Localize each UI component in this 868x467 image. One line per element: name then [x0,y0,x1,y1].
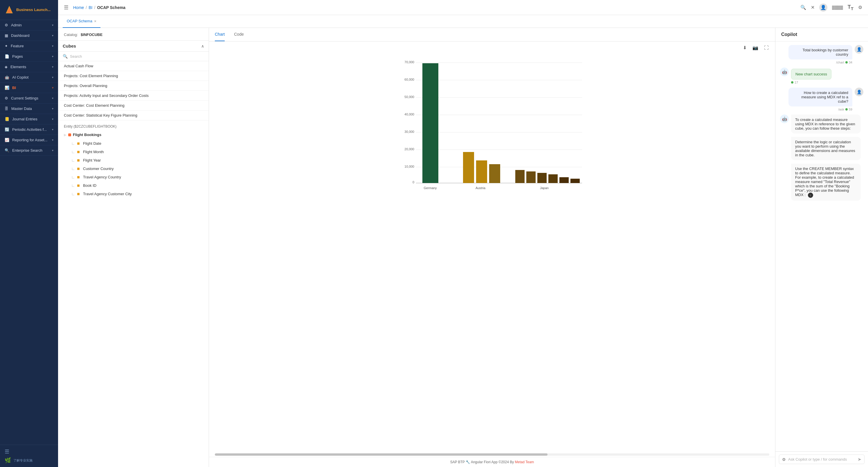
dim-child-travel-agency-country[interactable]: Travel Agency Country [58,173,209,181]
cube-item-1[interactable]: Projects: Cost Element Planning [58,71,209,81]
sidebar-label-master-data: Master Data [11,106,32,111]
dim-child-label: Flight Month [83,150,104,154]
tabbar: OCAP Schema × [58,15,868,28]
search-input[interactable] [70,54,204,59]
bi-icon: 📊 [5,86,9,90]
breadcrumb: Home / BI / OCAP Schema [73,5,125,10]
periodic-icon: 🔄 [5,127,9,132]
entity-icon [68,133,71,136]
sidebar-item-journal-entries[interactable]: 📒 Journal Entries ▾ [0,114,58,125]
chevron-down-icon: ▾ [52,86,54,89]
dim-child-flight-month[interactable]: Flight Month [58,147,209,156]
scroll-down-icon[interactable]: ↓ [808,193,813,198]
cube-item-3[interactable]: Projects: Activity Input and Secondary O… [58,91,209,101]
chevron-down-icon: ▾ [52,118,54,121]
sidebar-item-admin[interactable]: ⚙ Admin ▾ [0,20,58,30]
sidebar-item-ai-copilot[interactable]: 🤖 AI Copilot ▾ [0,72,58,83]
svg-text:40,000: 40,000 [404,112,414,116]
dim-child-label: Flight Date [83,141,101,145]
avatar: 👤 [819,3,827,11]
tab-label: OCAP Schema [67,19,92,23]
copilot-panel: Copilot Total bookings by customer count… [775,28,868,467]
close-cross-icon[interactable]: ✕ [811,5,814,10]
dim-child-flight-year[interactable]: Flight Year [58,156,209,164]
sidebar-item-elements[interactable]: ◈ Elements ▾ [0,62,58,72]
tab-close-icon[interactable]: × [94,19,96,24]
chart-download-btn[interactable]: ⬇ [741,44,748,52]
avatar-user: 👤 [855,45,863,54]
dim-child-travel-agency-customer-city[interactable]: Travel Agency Customer City [58,190,209,198]
dim-root-flight-bookings[interactable]: ▶ Flight Bookings [58,130,209,139]
font-size-icon[interactable]: TT [848,4,854,11]
sidebar-item-master-data[interactable]: 🗄 Master Data ▾ [0,104,58,114]
chart-camera-btn[interactable]: 📷 [751,44,760,52]
sidebar-item-dashboard[interactable]: ▦ Dashboard ▾ [0,30,58,41]
catalog-header: Catalog: $INFOCUBE [58,28,209,41]
search-icon[interactable]: 🔍 [800,5,806,10]
cubes-collapse-icon[interactable]: ∧ [201,44,204,48]
feature-icon: ✦ [5,44,8,48]
entity-section: Entity ($2CZCUBEFLIGHTBOOK) [58,121,209,130]
status-dot-bot [791,81,794,84]
sidebar-item-periodic-activities[interactable]: 🔄 Periodic Activities f... ▾ [0,125,58,135]
tab-chart[interactable]: Chart [215,28,225,41]
expand-icon: ▶ [64,133,66,137]
sidebar-item-pages[interactable]: 📄 Pages ▾ [0,51,58,62]
sidebar-item-bi[interactable]: 📊 BI ▾ [0,83,58,93]
chevron-down-icon: ▾ [52,76,54,79]
copilot-input[interactable] [788,457,855,462]
chart-scrollbar[interactable] [215,454,769,456]
chevron-down-icon: ▾ [52,44,54,47]
search-icon-small: 🔍 [63,54,68,59]
elements-icon: ◈ [5,65,7,69]
tab-code[interactable]: Code [234,28,244,41]
sidebar-item-enterprise-search[interactable]: 🔍 Enterprise Search ▾ [0,145,58,156]
dim-child-label: Flight Year [83,158,101,162]
dim-child-book-id[interactable]: Book ID [58,181,209,190]
breadcrumb-bi[interactable]: BI [89,5,92,10]
app-logo-icon [5,5,14,14]
meta-cmd-1: /chart [836,61,844,64]
catalog-scroll-area: Actual Cash Flow Projects: Cost Element … [58,61,209,467]
copilot-title: Copilot [781,32,797,37]
tree-indent [72,193,74,195]
topbar-menu-icon[interactable]: ☰ [64,4,68,11]
sidebar-label-feature: Feature [11,44,24,48]
cube-item-2[interactable]: Projects: Overall Planning [58,81,209,91]
tree-indent [72,159,74,162]
hamburger-icon[interactable]: ☰ [5,448,9,455]
breadcrumb-home[interactable]: Home [73,5,84,10]
sidebar-item-current-settings[interactable]: ⚙ Current Settings ▾ [0,93,58,104]
tree-indent [72,176,74,178]
tab-ocap-schema[interactable]: OCAP Schema × [63,15,100,28]
copilot-send-button[interactable]: ➤ [858,457,861,462]
settings-gear-icon[interactable]: ⚙ [858,5,862,10]
dim-child-label: Travel Agency Country [83,175,121,179]
username: ▓▓▓▓ [832,5,843,9]
dim-child-customer-country[interactable]: Customer Country [58,164,209,173]
cube-item-5[interactable]: Cost Center: Statistical Key Figure Plan… [58,110,209,121]
tree-indent [72,168,74,170]
copilot-toolbar-icon[interactable]: ⚙ [782,457,786,462]
sidebar-item-reporting-assets[interactable]: 📈 Reporting for Asset... ▾ [0,135,58,145]
footer-link[interactable]: Metad Team [515,460,534,464]
topbar: ☰ Home / BI / OCAP Schema 🔍 ✕ 👤 ▓▓▓▓ TT … [58,0,868,15]
dashboard-icon: ▦ [5,33,8,38]
chart-expand-btn[interactable]: ⛶ [762,44,771,52]
dim-icon [77,176,80,178]
msg-bot-3: Use the CREATE MEMBER syntax to define t… [780,164,863,201]
bot-avatar: 🤖 [780,68,789,76]
msg-user-2-meta: /ask 59 [788,108,852,111]
sidebar-label-admin: Admin [11,23,22,27]
dim-child-flight-date[interactable]: Flight Date [58,139,209,147]
cube-item-0[interactable]: Actual Cash Flow [58,61,209,71]
catalog-list: Actual Cash Flow Projects: Cost Element … [58,61,209,467]
svg-text:20,000: 20,000 [404,147,414,151]
entity-label: Entity ($2CZCUBEFLIGHTBOOK) [64,125,116,129]
copilot-header: Copilot [775,28,868,41]
svg-text:10,000: 10,000 [404,165,414,168]
bar-austria-2 [476,160,487,183]
breadcrumb-sep-1: / [86,5,87,10]
sidebar-item-feature[interactable]: ✦ Feature ▾ [0,41,58,51]
cube-item-4[interactable]: Cost Center: Cost Element Planning [58,101,209,110]
